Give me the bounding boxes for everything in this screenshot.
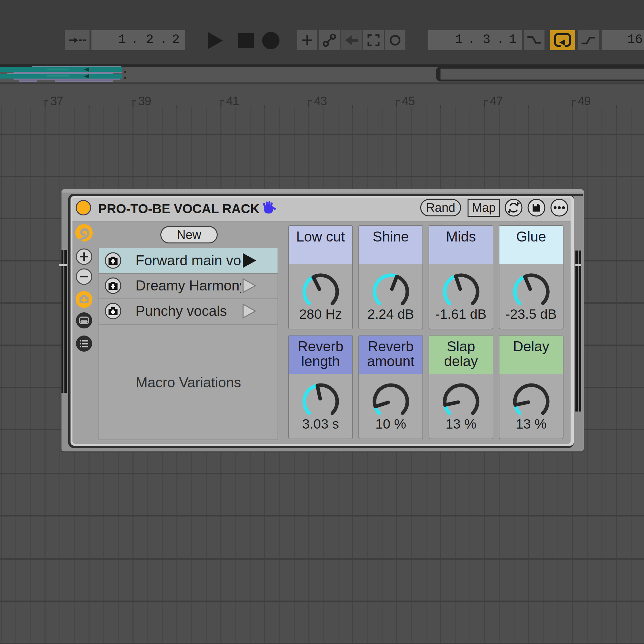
svg-text:49: 49 — [578, 94, 591, 108]
svg-text:41: 41 — [226, 94, 239, 108]
svg-text:37: 37 — [50, 94, 63, 108]
svg-text:45: 45 — [402, 94, 415, 108]
svg-text:47: 47 — [490, 94, 503, 108]
svg-text:43: 43 — [314, 94, 327, 108]
svg-text:39: 39 — [138, 94, 151, 108]
